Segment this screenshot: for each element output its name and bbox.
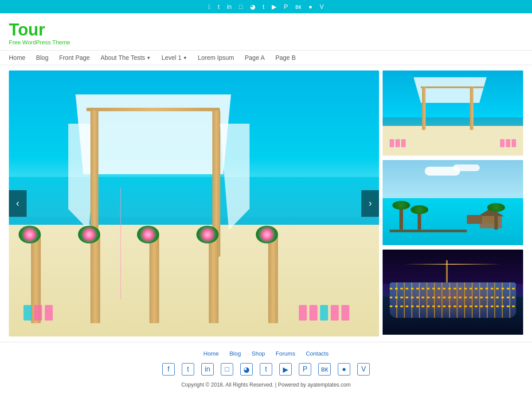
nav-about-tests[interactable]: About The Tests ▼ — [101, 54, 151, 61]
footer-vk[interactable]: вк — [318, 363, 331, 376]
string-lights — [404, 264, 502, 265]
footer-nav-links: Home Blog Shop Forums Contacts — [0, 350, 532, 357]
topbar-vk[interactable]: вк — [295, 3, 301, 10]
flower-col-4 — [209, 235, 219, 323]
boat-glow — [390, 282, 516, 318]
site-header: Tour Free WordPress Theme — [0, 13, 532, 50]
site-title: Tour — [9, 21, 523, 38]
nav-blog[interactable]: Blog — [36, 54, 48, 61]
flower-col-2 — [90, 235, 100, 323]
beach-scene-art — [9, 70, 379, 336]
nav-lorem-ipsum[interactable]: Lorem Ipsum — [198, 54, 234, 61]
footer-linkedin[interactable]: in — [201, 363, 214, 376]
mini-sea — [383, 117, 523, 126]
footer-forums[interactable]: Forums — [276, 350, 295, 357]
chairs-left — [23, 305, 53, 321]
footer-twitter[interactable]: t — [182, 363, 194, 376]
site-footer: Home Blog Shop Forums Contacts f t in □ … — [0, 342, 532, 391]
footer-blog[interactable]: Blog — [229, 350, 241, 357]
thumb-boat-art — [383, 250, 523, 335]
night-sky — [383, 250, 523, 284]
footer-vine[interactable]: V — [357, 363, 370, 376]
footer-home[interactable]: Home — [203, 350, 219, 357]
thumb-beach-arch-art — [383, 70, 523, 156]
flower-1 — [19, 226, 41, 243]
main-nav: Home Blog Front Page About The Tests ▼ L… — [0, 50, 532, 65]
footer-contacts[interactable]: Contacts — [306, 350, 329, 357]
walkway — [390, 230, 467, 232]
about-tests-arrow: ▼ — [146, 55, 151, 60]
top-social-bar:  t in □ ◕ t ▶ P вк ● V — [0, 0, 532, 13]
palm-3 — [494, 210, 498, 230]
topbar-flickr[interactable]: ● — [309, 3, 312, 10]
footer-youtube[interactable]: ▶ — [279, 363, 292, 376]
thumbnail-1[interactable] — [383, 70, 523, 157]
level1-arrow: ▼ — [183, 55, 187, 60]
slider-prev-button[interactable]: ‹ — [9, 190, 27, 217]
nav-front-page[interactable]: Front Page — [59, 54, 90, 61]
topbar-facebook[interactable]:  — [208, 3, 211, 10]
thumbnail-2[interactable] — [383, 160, 523, 247]
arch-top-bar — [86, 108, 220, 111]
water-hut-2 — [467, 215, 482, 224]
footer-pinterest[interactable]: P — [299, 363, 311, 376]
mini-arch-top — [421, 86, 484, 88]
palm-2 — [418, 212, 421, 230]
chairs-right — [299, 305, 349, 321]
topbar-twitter[interactable]: t — [218, 3, 219, 10]
flower-2 — [78, 226, 100, 243]
footer-facebook[interactable]: f — [162, 363, 175, 376]
arch-drape — [75, 94, 231, 174]
hero-section: ‹ › — [0, 65, 532, 342]
footer-tumblr[interactable]: t — [260, 363, 272, 376]
topbar-rss[interactable]: ◕ — [250, 3, 255, 10]
nav-level1[interactable]: Level 1 ▼ — [161, 54, 187, 61]
palm-1 — [399, 207, 403, 230]
topbar-youtube[interactable]: ▶ — [272, 3, 277, 10]
ribbon-aisle — [120, 188, 121, 299]
cloud-2 — [453, 164, 480, 171]
footer-instagram[interactable]: □ — [221, 363, 233, 376]
flower-col-5 — [268, 235, 278, 323]
main-slider: ‹ › — [9, 70, 379, 336]
footer-shop[interactable]: Shop — [251, 350, 265, 357]
topbar-pinterest[interactable]: P — [284, 3, 288, 10]
footer-social-icons: f t in □ ◕ t ▶ P вк ● V — [0, 363, 532, 376]
topbar-vine[interactable]: V — [320, 3, 324, 10]
nav-page-a[interactable]: Page A — [245, 54, 265, 61]
boat-hull — [390, 282, 516, 318]
nav-home[interactable]: Home — [9, 54, 25, 61]
flower-4 — [196, 226, 219, 243]
thumbnail-column — [379, 70, 523, 336]
topbar-tumblr[interactable]: t — [262, 3, 264, 10]
flower-5 — [256, 226, 278, 243]
mini-post-left — [422, 87, 426, 130]
thumbnail-3[interactable] — [383, 250, 523, 336]
slider-next-button[interactable]: › — [361, 190, 379, 217]
mini-chairs-right — [500, 139, 516, 147]
mini-chairs-left — [390, 139, 406, 147]
footer-flickr[interactable]: ● — [338, 363, 350, 376]
site-tagline: Free WordPress Theme — [9, 39, 523, 46]
topbar-linkedin[interactable]: in — [227, 3, 232, 10]
topbar-instagram[interactable]: □ — [239, 3, 243, 10]
mini-post-right — [470, 87, 473, 130]
flower-col-3 — [149, 235, 159, 323]
flower-3 — [137, 226, 159, 243]
nav-page-b[interactable]: Page B — [275, 54, 296, 61]
footer-rss[interactable]: ◕ — [240, 363, 253, 376]
thumb-maldives-art — [383, 160, 523, 245]
footer-copyright: Copyright © 2018. All Rights Reserved. |… — [0, 382, 532, 388]
